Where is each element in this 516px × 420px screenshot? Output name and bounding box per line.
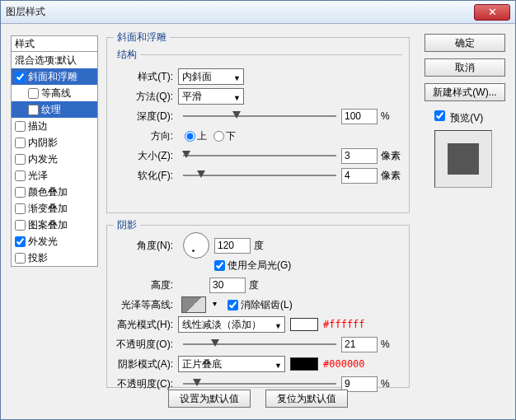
direction-label: 方向: [114,129,178,143]
style-select[interactable]: 内斜面 [178,68,244,85]
sidebar-item-checkbox[interactable] [28,88,39,99]
main-area: 斜面和浮雕 结构 样式(T): 内斜面 方法(Q): 平滑 深度(D): 100… [106,30,410,388]
cancel-button[interactable]: 取消 [425,58,505,77]
depth-input[interactable]: 100 [341,109,378,124]
new-style-button[interactable]: 新建样式(W)... [425,83,505,101]
highlight-opacity-unit: % [381,338,402,350]
sidebar-item-checkbox[interactable] [15,253,26,264]
shadow-hex: #000000 [323,358,365,370]
sidebar-item[interactable]: 描边 [12,118,97,134]
sidebar-item-label: 光泽 [28,170,48,181]
sidebar-item[interactable]: 颜色叠加 [12,184,97,200]
sidebar-item[interactable]: 内发光 [12,151,97,167]
sidebar-item[interactable]: 外发光 [12,233,97,250]
sidebar-item-label: 投影 [28,252,48,264]
soften-label: 软化(F): [114,169,178,183]
sidebar-list: 混合选项:默认斜面和浮雕等高线纹理描边内阴影内发光光泽颜色叠加渐变叠加图案叠加外… [11,52,98,267]
depth-slider[interactable] [183,109,336,124]
shadow-color-swatch[interactable] [290,357,318,371]
titlebar: 图层样式 ✕ [1,1,515,24]
sidebar-item-label: 纹理 [41,104,61,115]
bevel-legend: 斜面和浮雕 [114,30,170,44]
bevel-section: 斜面和浮雕 结构 样式(T): 内斜面 方法(Q): 平滑 深度(D): 100… [106,30,410,213]
sidebar-item-checkbox[interactable] [15,187,26,198]
sidebar-item-label: 颜色叠加 [28,186,68,198]
highlight-opacity-slider[interactable] [183,337,336,352]
highlight-mode-label: 高光模式(H): [114,318,178,332]
sidebar-item-label: 描边 [28,120,48,132]
shadow-opacity-unit: % [381,378,402,390]
sidebar-item-label: 等高线 [41,87,71,99]
shadow-section: 阴影 角度(N): 120 度 使用全局光(G) 高度: 30 度 [106,218,410,388]
highlight-opacity-label: 不透明度(O): [114,338,178,352]
sidebar-item-checkbox[interactable] [15,154,26,165]
sidebar-item-checkbox[interactable] [15,236,26,247]
reset-default-button[interactable]: 复位为默认值 [265,390,348,408]
style-label: 样式(T): [114,70,178,84]
sidebar-item[interactable]: 内阴影 [12,134,97,151]
sidebar-item-label: 渐变叠加 [28,203,68,214]
soften-slider[interactable] [183,168,336,183]
shadow-mode-select[interactable]: 正片叠底 [178,356,285,372]
highlight-opacity-input[interactable]: 21 [341,337,378,352]
highlight-mode-select[interactable]: 线性减淡（添加） [178,316,285,333]
layer-style-dialog: 图层样式 ✕ 样式 混合选项:默认斜面和浮雕等高线纹理描边内阴影内发光光泽颜色叠… [0,0,516,420]
antialias-label: 消除锯齿(L) [241,298,293,312]
make-default-button[interactable]: 设置为默认值 [168,390,251,408]
gloss-contour-picker[interactable] [181,296,206,313]
sidebar-item[interactable]: 纹理 [12,101,97,118]
sidebar-item[interactable]: 等高线 [12,85,97,101]
sidebar-item-checkbox[interactable] [28,105,39,115]
angle-input[interactable]: 120 [214,238,251,254]
size-input[interactable]: 3 [341,148,378,164]
sidebar-item[interactable]: 渐变叠加 [12,200,97,217]
antialias-checkbox[interactable] [228,300,238,310]
sidebar-item-label: 图案叠加 [28,219,68,231]
preview-box [434,130,492,188]
highlight-color-swatch[interactable] [290,318,318,331]
size-unit: 像素 [381,149,402,163]
highlight-hex: #ffffff [323,319,365,330]
sidebar-item[interactable]: 斜面和浮雕 [12,68,97,85]
gloss-label: 光泽等高线: [114,298,178,312]
sidebar-item[interactable]: 投影 [12,250,97,266]
sidebar-item-checkbox[interactable] [15,72,26,82]
sidebar-item-label: 混合选项:默认 [15,54,77,66]
right-panel: 确定 取消 新建样式(W)... 预览(V) [425,34,505,188]
sidebar-item-checkbox[interactable] [15,138,26,148]
technique-select[interactable]: 平滑 [178,88,244,105]
depth-unit: % [381,110,402,122]
sidebar-item[interactable]: 混合选项:默认 [12,52,97,68]
shadow-mode-label: 阴影模式(A): [114,357,178,371]
angle-dial[interactable] [183,232,209,259]
structure-legend: 结构 [114,48,140,62]
sidebar-item-checkbox[interactable] [15,220,26,231]
direction-down-label: 下 [226,129,236,143]
altitude-label: 高度: [114,278,178,292]
direction-up-label: 上 [197,129,207,143]
sidebar-item[interactable]: 图案叠加 [12,217,97,233]
angle-unit: 度 [254,239,275,253]
soften-input[interactable]: 4 [341,168,378,184]
sidebar-item-label: 内发光 [28,153,58,165]
preview-checkbox[interactable] [434,110,445,121]
preview-swatch [448,143,479,175]
sidebar-item[interactable]: 光泽 [12,167,97,184]
shadow-opacity-label: 不透明度(C): [114,377,178,391]
direction-up-radio[interactable] [185,131,195,142]
sidebar-item-checkbox[interactable] [15,170,26,181]
close-button[interactable]: ✕ [474,4,510,21]
styles-sidebar: 样式 混合选项:默认斜面和浮雕等高线纹理描边内阴影内发光光泽颜色叠加渐变叠加图案… [11,35,98,267]
altitude-unit: 度 [249,278,270,292]
shadow-legend: 阴影 [114,218,140,232]
size-label: 大小(Z): [114,149,178,163]
ok-button[interactable]: 确定 [425,34,505,52]
size-slider[interactable] [183,148,336,163]
sidebar-item-checkbox[interactable] [15,203,26,214]
soften-unit: 像素 [381,169,402,183]
global-light-checkbox[interactable] [214,260,225,271]
altitude-input[interactable]: 30 [209,278,246,293]
direction-down-radio[interactable] [213,131,224,142]
sidebar-item-checkbox[interactable] [15,121,26,132]
depth-label: 深度(D): [114,110,178,124]
